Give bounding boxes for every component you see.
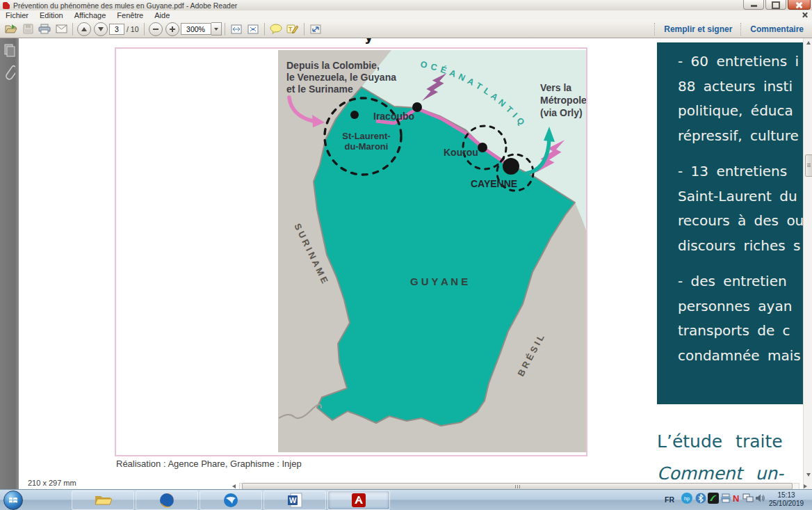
zoom-out-button[interactable] bbox=[149, 22, 163, 36]
iracoubo-label: Iracoubo bbox=[373, 111, 414, 122]
text-line: répressif, culture bbox=[678, 124, 803, 149]
menu-aide[interactable]: Aide bbox=[149, 10, 175, 20]
attachments-paperclip-icon[interactable] bbox=[4, 65, 15, 83]
comment-panel-button[interactable]: Commentaire bbox=[742, 24, 812, 34]
close-document-button[interactable] bbox=[801, 11, 809, 19]
taskbar-thunderbird-button[interactable] bbox=[200, 491, 262, 510]
thunderbird-icon bbox=[223, 493, 238, 508]
from-label-line3: et le Suriname bbox=[286, 83, 353, 95]
menu-edition[interactable]: Edition bbox=[34, 10, 69, 20]
previous-page-button[interactable] bbox=[77, 22, 91, 36]
menu-fichier[interactable]: Fichier bbox=[0, 10, 34, 20]
adobe-reader-app-icon bbox=[3, 2, 10, 9]
hp-tray-icon[interactable]: hp bbox=[681, 493, 692, 504]
main-toolbar: / 10 300% T Remplir et signer Commentair… bbox=[0, 20, 812, 38]
kourou-label: Kourou bbox=[444, 147, 478, 158]
norton-tray-icon[interactable]: N bbox=[733, 493, 739, 504]
toolbar-right-group: Remplir et signer Commentaire bbox=[654, 20, 812, 38]
close-document-icon bbox=[802, 12, 808, 18]
city-dot-stlaurent bbox=[350, 111, 359, 119]
toolbar-separator bbox=[144, 23, 145, 35]
toolbar-separator bbox=[72, 23, 73, 35]
network-tray-icon[interactable] bbox=[742, 493, 754, 503]
body-text-line-italic: Comment un- bbox=[657, 463, 805, 484]
stlaurent-label-line2: du-Maroni bbox=[345, 141, 389, 152]
text-line: Saint-Laurent du bbox=[678, 184, 803, 209]
vertical-scroll-thumb[interactable] bbox=[805, 154, 812, 177]
scroll-up-button[interactable] bbox=[804, 38, 812, 47]
reading-mode-button[interactable] bbox=[307, 22, 324, 36]
bluetooth-tray-icon[interactable] bbox=[695, 493, 706, 504]
thumb-grip bbox=[807, 164, 811, 164]
text-line: 88 acteurs insti bbox=[678, 74, 803, 99]
toolbar-separator bbox=[225, 23, 225, 35]
zoom-level-value[interactable]: 300% bbox=[181, 23, 211, 35]
taskbar-explorer-button[interactable] bbox=[72, 491, 134, 510]
save-button[interactable] bbox=[19, 22, 36, 36]
comment-bubble-icon bbox=[270, 24, 282, 34]
zoom-dropdown-button[interactable] bbox=[211, 22, 222, 35]
guyane-label: G U Y A N E bbox=[410, 276, 468, 287]
start-button[interactable] bbox=[3, 491, 23, 510]
taskbar-adobe-reader-button[interactable] bbox=[327, 491, 390, 510]
guyane-map: O C É A N A T L A N T I Q U E Depuis la … bbox=[278, 50, 586, 452]
taskbar-clock[interactable]: 15:13 25/10/2019 bbox=[765, 491, 808, 508]
window-controls bbox=[742, 0, 811, 10]
menu-fenetre[interactable]: Fenêtre bbox=[111, 10, 149, 20]
page-size-label: 210 x 297 mm bbox=[28, 479, 76, 487]
cayenne-label: CAYENNE bbox=[471, 178, 517, 189]
email-button[interactable] bbox=[53, 22, 70, 36]
highlight-text-box: - 60 entretiens i 88 acteurs insti polit… bbox=[657, 42, 803, 404]
page-thumbnails-icon[interactable] bbox=[3, 44, 16, 58]
city-dot-kourou bbox=[478, 143, 487, 152]
open-button[interactable] bbox=[3, 22, 19, 36]
windows-explorer-icon bbox=[94, 493, 112, 507]
up-arrow-icon bbox=[81, 27, 87, 31]
page-number-input[interactable] bbox=[109, 24, 124, 35]
thumb-grip bbox=[517, 485, 518, 488]
close-icon bbox=[795, 1, 803, 9]
print-button[interactable] bbox=[36, 22, 53, 36]
fit-width-icon bbox=[231, 24, 242, 34]
comment-bubble-button[interactable] bbox=[268, 22, 284, 36]
vertical-scrollbar[interactable] bbox=[803, 38, 812, 489]
minus-icon bbox=[153, 29, 159, 30]
text-line: personnes ayan bbox=[678, 294, 803, 319]
taskbar-word-button[interactable]: W bbox=[263, 491, 326, 510]
text-line: - 60 entretiens i bbox=[678, 49, 803, 74]
scroll-down-button[interactable] bbox=[804, 470, 812, 479]
fit-page-button[interactable] bbox=[245, 22, 261, 36]
text-line: - des entretien bbox=[678, 269, 803, 294]
next-page-button[interactable] bbox=[94, 22, 108, 36]
from-label-line2: le Venezuela, le Guyana bbox=[286, 72, 396, 83]
fit-width-button[interactable] bbox=[228, 22, 245, 36]
language-indicator[interactable]: FR bbox=[665, 495, 674, 504]
fill-sign-button[interactable]: Remplir et signer bbox=[656, 24, 740, 34]
expand-arrows-icon bbox=[310, 24, 321, 34]
maximize-button[interactable] bbox=[765, 0, 786, 10]
text-line: politique, éduca bbox=[678, 99, 803, 124]
zoom-in-button[interactable] bbox=[165, 22, 179, 36]
from-label-line1: Depuis la Colombie, bbox=[286, 60, 380, 71]
text-line: recours à des ou bbox=[678, 209, 803, 234]
screen: { "window": { "title": "Prévention du ph… bbox=[0, 0, 812, 510]
email-icon bbox=[56, 24, 67, 33]
word-letter: W bbox=[289, 496, 297, 504]
menu-affichage[interactable]: Affichage bbox=[69, 10, 112, 20]
plus-icon bbox=[170, 26, 175, 32]
fsecure-tray-icon[interactable] bbox=[708, 493, 719, 504]
minimize-button[interactable] bbox=[743, 0, 764, 10]
printer-tray-icon[interactable] bbox=[720, 493, 731, 503]
text-line: discours riches s bbox=[678, 234, 803, 259]
taskbar-firefox-button[interactable] bbox=[136, 491, 198, 510]
city-dot-cayenne bbox=[503, 158, 519, 175]
close-button[interactable] bbox=[788, 0, 811, 10]
maximize-icon bbox=[772, 1, 780, 9]
highlighter-icon: T bbox=[286, 24, 298, 34]
sign-highlight-button[interactable]: T bbox=[284, 22, 301, 36]
volume-tray-icon[interactable] bbox=[755, 493, 765, 503]
save-icon bbox=[23, 24, 33, 34]
text-line: transports de c bbox=[678, 319, 803, 344]
fit-page-icon bbox=[247, 24, 259, 34]
toolbar-separator bbox=[304, 23, 304, 35]
